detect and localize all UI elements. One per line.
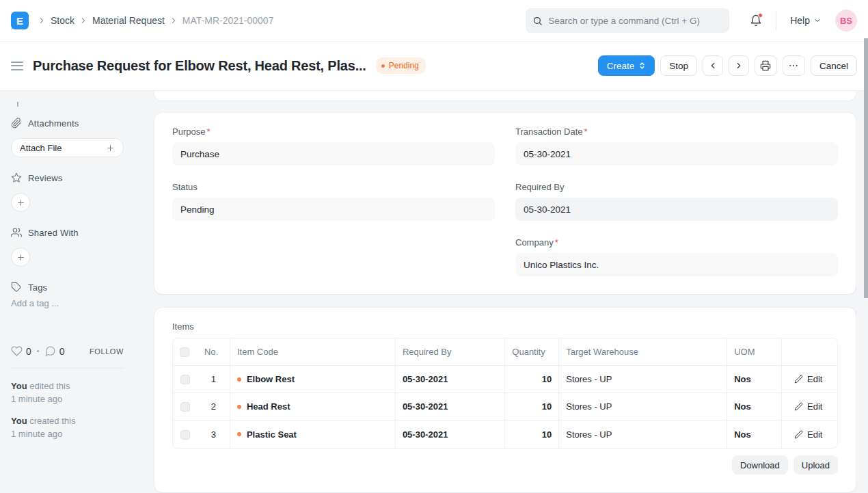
- follow-button[interactable]: FOLLOW: [90, 347, 124, 356]
- attachments-label: Attachments: [28, 118, 79, 129]
- quantity-cell[interactable]: 10: [504, 366, 558, 393]
- pencil-icon: [794, 430, 803, 439]
- previous-document-button[interactable]: [703, 55, 723, 76]
- next-document-button[interactable]: [729, 55, 749, 76]
- add-share-button[interactable]: [11, 248, 30, 267]
- required-by-cell[interactable]: 05-30-2021: [395, 421, 504, 448]
- divider: [776, 11, 776, 30]
- purpose-input[interactable]: Purchase: [172, 142, 495, 165]
- row-checkbox[interactable]: [180, 402, 190, 412]
- cutoff-element: [17, 102, 18, 107]
- required-marker: *: [584, 126, 588, 137]
- avatar[interactable]: BS: [835, 10, 857, 31]
- comments-count: 0: [59, 346, 65, 357]
- breadcrumb-material-request[interactable]: Material Request: [92, 15, 165, 26]
- download-button[interactable]: Download: [732, 455, 788, 475]
- tags-label: Tags: [28, 282, 47, 293]
- global-search[interactable]: [526, 8, 729, 33]
- shared-with-label: Shared With: [28, 228, 79, 238]
- cancel-button[interactable]: Cancel: [811, 55, 857, 76]
- activity-actor: You: [11, 381, 27, 391]
- row-checkbox[interactable]: [180, 375, 190, 384]
- edit-row-button[interactable]: Edit: [789, 429, 830, 440]
- chevron-down-icon: [813, 16, 822, 25]
- upload-button[interactable]: Upload: [794, 455, 838, 475]
- item-code-cell[interactable]: Elbow Rest: [230, 366, 395, 393]
- create-button[interactable]: Create: [598, 55, 655, 76]
- heart-icon[interactable]: [11, 345, 23, 357]
- quantity-cell[interactable]: 10: [504, 393, 558, 421]
- notifications-button[interactable]: [750, 14, 762, 27]
- warehouse-cell[interactable]: Stores - UP: [558, 366, 727, 393]
- vertical-scrollbar[interactable]: [864, 38, 868, 298]
- tag-icon: [11, 282, 22, 293]
- breadcrumb-stock[interactable]: Stock: [51, 15, 74, 26]
- row-checkbox[interactable]: [180, 430, 190, 440]
- required-by-cell[interactable]: 05-30-2021: [395, 366, 504, 393]
- edit-row-button[interactable]: Edit: [789, 374, 830, 384]
- item-row: 2 Head Rest 05-30-2021 10 Stores - UP No…: [173, 393, 837, 421]
- activity-entry: You created this 1 minute ago: [11, 416, 137, 439]
- unfold-icon: [638, 61, 646, 70]
- grid-header-row: No. Item Code Required By Quantity Targe…: [173, 338, 837, 366]
- warehouse-cell[interactable]: Stores - UP: [558, 393, 727, 421]
- item-code-cell[interactable]: Head Rest: [230, 393, 395, 421]
- items-section-label: Items: [172, 321, 838, 332]
- users-icon: [11, 227, 22, 238]
- attach-file-button[interactable]: Attach File: [11, 138, 124, 157]
- print-button[interactable]: [755, 55, 777, 76]
- items-grid: No. Item Code Required By Quantity Targe…: [172, 338, 838, 449]
- company-field: Company* Unico Plastics Inc.: [515, 237, 838, 276]
- row-number: 3: [198, 421, 230, 448]
- app-logo-icon[interactable]: E: [11, 12, 29, 29]
- plus-icon: [16, 253, 25, 262]
- divider: [11, 368, 124, 369]
- transaction-date-field: Transaction Date* 05-30-2021: [515, 126, 838, 165]
- shared-with-section: Shared With: [11, 227, 137, 267]
- required-by-input[interactable]: 05-30-2021: [515, 198, 838, 221]
- previous-section-card-edge: [154, 91, 856, 101]
- plus-icon: [106, 144, 115, 152]
- transaction-date-input[interactable]: 05-30-2021: [515, 142, 838, 165]
- item-code-cell[interactable]: Plastic Seat: [230, 421, 395, 448]
- status-field: Status Pending: [172, 182, 495, 221]
- edit-row-button[interactable]: Edit: [789, 401, 830, 412]
- add-tag-input[interactable]: Add a tag ...: [11, 298, 137, 308]
- item-row: 1 Elbow Rest 05-30-2021 10 Stores - UP N…: [173, 366, 837, 393]
- comment-icon[interactable]: [44, 345, 56, 357]
- status-label: Status: [172, 182, 198, 192]
- column-item-code: Item Code: [230, 338, 395, 366]
- column-required-by: Required By: [395, 338, 504, 366]
- sidebar-toggle-icon[interactable]: [11, 59, 23, 72]
- required-by-cell[interactable]: 05-30-2021: [395, 393, 504, 421]
- activity-actor: You: [11, 416, 27, 426]
- item-status-dot-icon: [237, 405, 241, 409]
- select-all-checkbox[interactable]: [180, 347, 189, 357]
- warehouse-cell[interactable]: Stores - UP: [558, 421, 727, 448]
- breadcrumb-current-doc: MAT-MR-2021-00007: [182, 15, 274, 26]
- likes-count: 0: [26, 346, 31, 357]
- activity-action: created this: [27, 416, 76, 426]
- uom-cell[interactable]: Nos: [727, 366, 781, 393]
- page-title: Purchase Request for Elbow Rest, Head Re…: [33, 58, 366, 74]
- uom-cell[interactable]: Nos: [727, 393, 781, 421]
- chevron-right-icon: [37, 16, 46, 25]
- dot-separator: [37, 350, 39, 352]
- help-menu[interactable]: Help: [790, 15, 822, 26]
- add-review-button[interactable]: [11, 193, 30, 212]
- reviews-section: Reviews: [11, 172, 137, 212]
- printer-icon: [760, 60, 771, 71]
- activity-action: edited this: [27, 381, 70, 391]
- quantity-cell[interactable]: 10: [504, 421, 558, 448]
- status-input[interactable]: Pending: [172, 198, 495, 221]
- form-body: Purpose* Purchase Status Pending Transac…: [154, 91, 856, 493]
- attach-file-label: Attach File: [20, 143, 62, 153]
- column-edit: [781, 338, 837, 366]
- uom-cell[interactable]: Nos: [727, 421, 781, 448]
- menu-button[interactable]: [783, 55, 805, 76]
- company-input[interactable]: Unico Plastics Inc.: [515, 253, 838, 276]
- chevron-right-icon: [79, 16, 88, 25]
- search-input[interactable]: [548, 16, 722, 26]
- document-sidebar: Attachments Attach File Reviews: [0, 91, 154, 451]
- stop-button[interactable]: Stop: [660, 55, 697, 76]
